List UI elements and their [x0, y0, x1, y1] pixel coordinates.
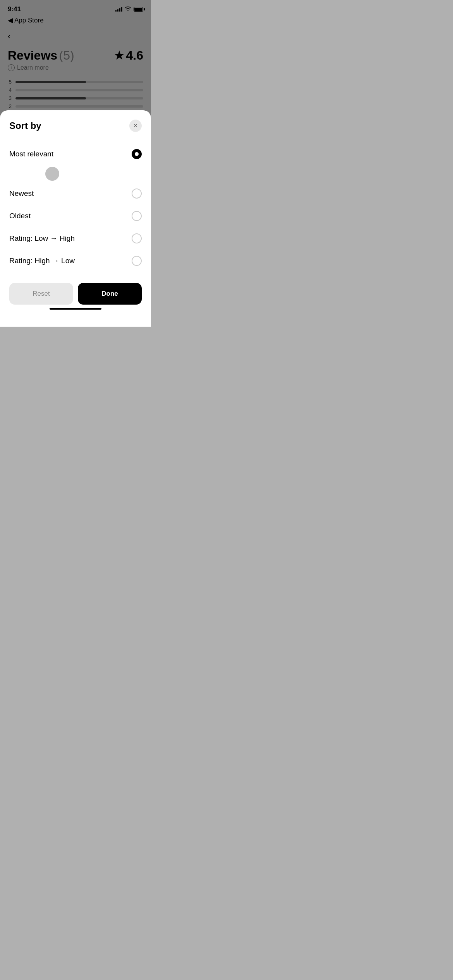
sort-radio-rating-low-high: [132, 233, 142, 243]
close-icon: ×: [134, 122, 137, 129]
sort-option-rating-low-high-label: Rating: Low → High: [9, 234, 75, 243]
modal-header: Sort by ×: [9, 120, 142, 132]
sort-radio-most-relevant: [132, 149, 142, 159]
done-label: Done: [101, 290, 118, 297]
sort-radio-rating-high-low: [132, 256, 142, 266]
sort-option-most-relevant[interactable]: Most relevant: [9, 143, 142, 165]
modal-overlay[interactable]: Sort by × Most relevant Newest Oldest: [0, 0, 151, 327]
modal-buttons: Reset Done: [9, 283, 142, 305]
home-indicator: [9, 305, 142, 311]
home-bar: [50, 308, 101, 310]
sort-modal: Sort by × Most relevant Newest Oldest: [0, 110, 151, 327]
drag-handle-area: [9, 165, 142, 182]
drag-dot: [45, 167, 59, 181]
sort-option-rating-high-low-label: Rating: High → Low: [9, 257, 75, 265]
sort-option-rating-high-low[interactable]: Rating: High → Low: [9, 250, 142, 272]
sort-option-oldest-label: Oldest: [9, 212, 31, 220]
sort-radio-oldest: [132, 211, 142, 221]
reset-label: Reset: [33, 290, 50, 297]
sort-radio-newest: [132, 188, 142, 199]
modal-close-button[interactable]: ×: [129, 120, 142, 132]
sort-option-newest[interactable]: Newest: [9, 182, 142, 205]
done-button[interactable]: Done: [78, 283, 142, 305]
sort-option-most-relevant-label: Most relevant: [9, 150, 53, 158]
sort-option-newest-label: Newest: [9, 189, 34, 198]
modal-title: Sort by: [9, 120, 41, 131]
reset-button[interactable]: Reset: [9, 283, 73, 305]
sort-option-rating-low-high[interactable]: Rating: Low → High: [9, 227, 142, 250]
sort-option-oldest[interactable]: Oldest: [9, 205, 142, 227]
